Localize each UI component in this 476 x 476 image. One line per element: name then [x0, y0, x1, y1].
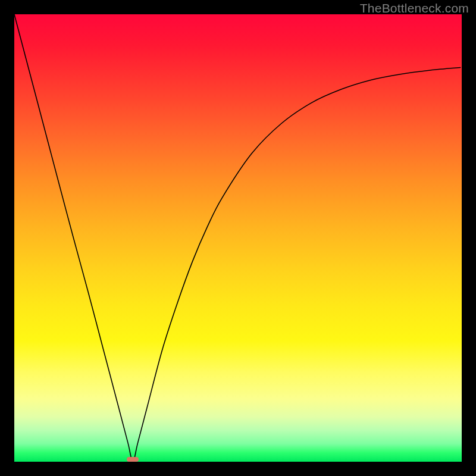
curve-svg: [14, 14, 462, 462]
plot-area: [14, 14, 462, 462]
watermark-text: TheBottleneck.com: [360, 1, 469, 15]
bottleneck-curve-path: [14, 14, 461, 462]
minimum-marker: [127, 457, 139, 462]
chart-frame: TheBottleneck.com: [0, 0, 476, 476]
